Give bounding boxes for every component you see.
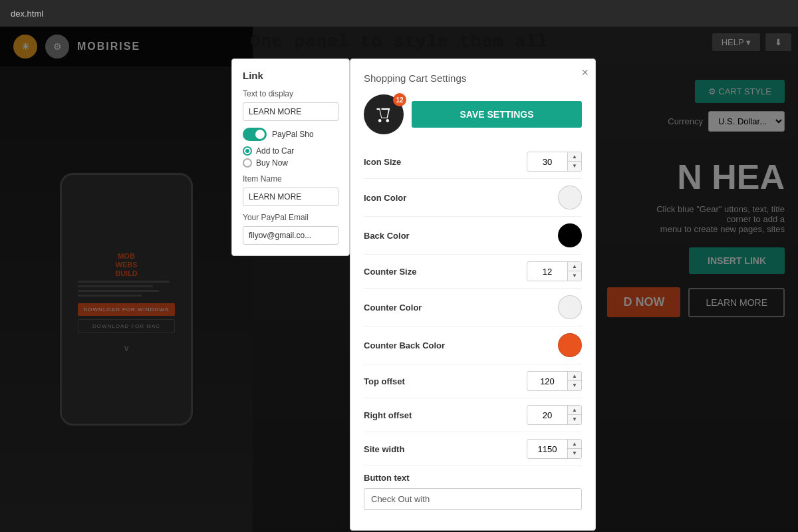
icon-size-label: Icon Size (364, 157, 401, 167)
counter-size-label: Counter Size (364, 267, 416, 277)
cart-icon-wrap: 12 (364, 94, 404, 134)
save-settings-button[interactable]: SAVE SETTINGS (412, 101, 582, 128)
buy-now-radio-row: Buy Now (243, 158, 338, 168)
site-width-up[interactable]: ▲ (568, 440, 581, 449)
counter-size-down[interactable]: ▼ (568, 271, 581, 281)
your-paypal-email-input[interactable] (243, 226, 338, 245)
counter-color-control (558, 295, 582, 319)
radio-group: Add to Car Buy Now (243, 146, 338, 168)
counter-color-swatch[interactable] (558, 295, 582, 319)
top-offset-up[interactable]: ▲ (568, 372, 581, 381)
top-offset-input[interactable] (527, 374, 567, 389)
item-name-input[interactable] (243, 188, 338, 206)
your-paypal-email-label: Your PayPal Email (243, 213, 338, 222)
top-offset-row: Top offset ▲ ▼ (364, 364, 582, 398)
right-offset-input-wrap: ▲ ▼ (527, 405, 582, 425)
site-width-input-wrap: ▲ ▼ (527, 439, 582, 459)
counter-back-color-control (558, 333, 582, 357)
right-offset-input[interactable] (527, 408, 567, 423)
counter-size-control: ▲ ▼ (527, 261, 582, 281)
add-to-cart-radio-row: Add to Car (243, 146, 338, 156)
right-offset-down[interactable]: ▼ (568, 415, 581, 424)
buy-now-radio[interactable] (243, 158, 252, 168)
top-bar: dex.html (0, 0, 798, 27)
counter-back-color-row: Counter Back Color (364, 327, 582, 364)
right-offset-label: Right offset (364, 410, 412, 420)
text-to-display-input[interactable] (243, 102, 338, 121)
paypal-toggle-row: PayPal Sho (243, 128, 338, 141)
link-modal-title: Link (243, 70, 338, 81)
counter-size-row: Counter Size ▲ ▼ (364, 255, 582, 289)
back-color-row: Back Color (364, 217, 582, 255)
right-offset-control: ▲ ▼ (527, 405, 582, 425)
cart-badge: 12 (393, 93, 406, 106)
filename-label: dex.html (11, 9, 43, 19)
counter-color-row: Counter Color (364, 289, 582, 327)
counter-size-spinners: ▲ ▼ (567, 262, 581, 281)
icon-size-control: ▲ ▼ (527, 152, 582, 172)
paypal-toggle[interactable] (243, 128, 267, 141)
counter-size-input-wrap: ▲ ▼ (527, 261, 582, 281)
back-color-swatch[interactable] (558, 223, 582, 247)
icon-size-row: Icon Size ▲ ▼ (364, 145, 582, 179)
cart-modal-title: Shopping Cart Settings (364, 72, 582, 84)
counter-size-up[interactable]: ▲ (568, 262, 581, 271)
back-color-control (558, 223, 582, 247)
icon-size-spinners: ▲ ▼ (567, 152, 581, 171)
button-text-input[interactable] (364, 488, 582, 510)
buy-now-label: Buy Now (256, 158, 288, 168)
cart-modal-close-button[interactable]: × (581, 66, 589, 80)
cart-modal-top-row: 12 SAVE SETTINGS (364, 94, 582, 134)
icon-size-input-wrap: ▲ ▼ (527, 152, 582, 172)
icon-color-row: Icon Color (364, 179, 582, 217)
text-to-display-label: Text to display (243, 89, 338, 98)
button-text-label: Button text (364, 473, 410, 483)
back-color-label: Back Color (364, 231, 410, 241)
button-text-row: Button text (364, 466, 582, 517)
right-offset-row: Right offset ▲ ▼ (364, 398, 582, 432)
add-to-cart-radio[interactable] (243, 146, 252, 156)
top-offset-label: Top offset (364, 376, 405, 386)
cart-settings-modal: × Shopping Cart Settings 12 SAVE SETTING… (350, 59, 596, 531)
paypal-label: PayPal Sho (272, 130, 314, 139)
site-width-row: Site width ▲ ▼ (364, 432, 582, 466)
main-content: ☀ ⚙ MOBIRISE MOB WEBS BUILD (0, 27, 798, 532)
link-modal: Link Text to display PayPal Sho Add to C… (231, 59, 350, 256)
site-width-input[interactable] (527, 442, 567, 457)
icon-color-label: Icon Color (364, 193, 406, 203)
counter-back-color-swatch[interactable] (558, 333, 582, 357)
cart-icon (374, 105, 393, 124)
top-offset-spinners: ▲ ▼ (567, 372, 581, 390)
counter-color-label: Counter Color (364, 303, 422, 313)
add-to-cart-label: Add to Car (256, 146, 294, 156)
counter-back-color-label: Counter Back Color (364, 340, 445, 350)
top-offset-control: ▲ ▼ (527, 371, 582, 391)
site-width-spinners: ▲ ▼ (567, 440, 581, 458)
right-offset-up[interactable]: ▲ (568, 406, 581, 415)
site-width-label: Site width (364, 444, 404, 454)
icon-size-down[interactable]: ▼ (568, 162, 581, 171)
icon-size-up[interactable]: ▲ (568, 152, 581, 162)
icon-size-input[interactable] (527, 154, 567, 170)
icon-color-control (558, 186, 582, 209)
top-offset-input-wrap: ▲ ▼ (527, 371, 582, 391)
counter-size-input[interactable] (527, 264, 567, 279)
item-name-label: Item Name (243, 174, 338, 184)
icon-color-swatch[interactable] (558, 186, 582, 209)
site-width-control: ▲ ▼ (527, 439, 582, 459)
right-offset-spinners: ▲ ▼ (567, 406, 581, 424)
site-width-down[interactable]: ▼ (568, 449, 581, 458)
top-offset-down[interactable]: ▼ (568, 381, 581, 390)
